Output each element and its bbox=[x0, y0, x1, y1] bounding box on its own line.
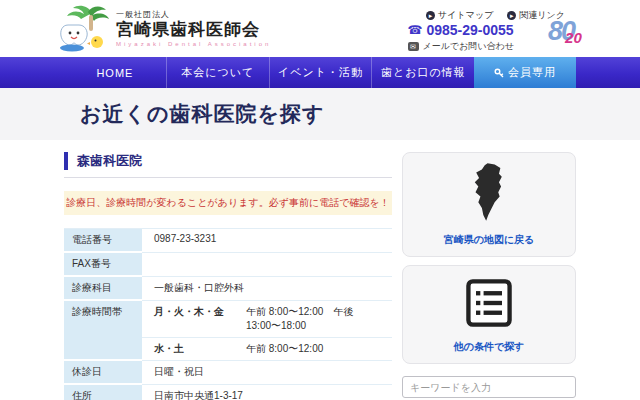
schedule-line: 水・土 午前 8:00〜12:00 bbox=[142, 338, 392, 360]
8020-campaign-logo: 8020 bbox=[548, 16, 608, 47]
logo-text: 一般社団法人 宮崎県歯科医師会 Miyazaki Dental Associat… bbox=[116, 9, 271, 47]
nav-oral-info[interactable]: 歯とお口の情報 bbox=[371, 57, 474, 88]
mail-label: メールでお問い合わせ bbox=[423, 40, 514, 53]
main-navigation: HOME 本会について イベント・活動 歯とお口の情報 会員専用 bbox=[0, 57, 640, 88]
phone-number: 0985-29-0055 bbox=[426, 22, 513, 38]
page-title: お近くの歯科医院を探す bbox=[80, 100, 324, 128]
clinic-name: 森歯科医院 bbox=[64, 152, 392, 170]
nav-events[interactable]: イベント・活動 bbox=[269, 57, 372, 88]
arrow-circle-icon: ▸ bbox=[507, 11, 516, 20]
phone-icon: ☎ bbox=[408, 23, 423, 37]
table-row-address: 住所 日南市中央通1-3-17 bbox=[64, 385, 392, 400]
org-name-en: Miyazaki Dental Association bbox=[116, 41, 271, 47]
nav-home[interactable]: HOME bbox=[64, 57, 166, 88]
row-value: 日南市中央通1-3-17 bbox=[142, 385, 392, 400]
row-value: 一般歯科・口腔外科 bbox=[142, 277, 392, 301]
back-to-prefecture-map-card[interactable]: 宮崎県の地図に戻る bbox=[402, 152, 576, 257]
org-name: 宮崎県歯科医師会 bbox=[116, 20, 271, 40]
nav-members-only-label: 会員専用 bbox=[508, 65, 556, 80]
keyword-input[interactable] bbox=[402, 376, 576, 398]
8020-logo-20: 20 bbox=[565, 29, 582, 46]
schedule-hours: 午前 8:00〜12:00 午後 13:00〜18:00 bbox=[246, 305, 380, 333]
notice-banner: 診療日、診療時間が変わることがあります。必ず事前に電話で確認を！ bbox=[64, 191, 392, 215]
nav-events-label: イベント・活動 bbox=[278, 65, 363, 80]
row-label: FAX番号 bbox=[64, 253, 142, 277]
row-label: 診療時間帯 bbox=[64, 301, 142, 361]
search-other-conditions-card[interactable]: 他の条件で探す bbox=[402, 265, 576, 364]
nav-members-only[interactable]: 会員専用 bbox=[474, 57, 576, 88]
mail-contact-link[interactable]: ✉ メールでお問い合わせ bbox=[408, 40, 514, 53]
nav-oral-info-label: 歯とお口の情報 bbox=[381, 65, 466, 80]
row-value-schedule: 月・火・木・金 午前 8:00〜12:00 午後 13:00〜18:00 水・土… bbox=[142, 301, 392, 361]
clinic-info-table: 電話番号 0987-23-3231 FAX番号 診療科目 一般歯科・口腔外科 診… bbox=[64, 228, 392, 400]
clinic-name-heading: 森歯科医院 bbox=[64, 152, 392, 178]
nav-about[interactable]: 本会について bbox=[166, 57, 269, 88]
row-label: 住所 bbox=[64, 385, 142, 400]
row-label: 電話番号 bbox=[64, 229, 142, 253]
table-row-fax: FAX番号 bbox=[64, 253, 392, 277]
mail-icon: ✉ bbox=[408, 42, 419, 51]
table-row-departments: 診療科目 一般歯科・口腔外科 bbox=[64, 277, 392, 301]
site-logo[interactable]: 一般社団法人 宮崎県歯科医師会 Miyazaki Dental Associat… bbox=[58, 3, 271, 53]
mascot-illustration bbox=[58, 3, 112, 53]
row-value: 0987-23-3231 bbox=[142, 229, 392, 253]
header-top-links: ▸ サイトマップ ▸ 関連リンク bbox=[426, 9, 565, 22]
nav-about-label: 本会について bbox=[181, 65, 254, 80]
row-label: 診療科目 bbox=[64, 277, 142, 301]
row-label: 休診日 bbox=[64, 361, 142, 385]
table-row-phone: 電話番号 0987-23-3231 bbox=[64, 229, 392, 253]
schedule-days: 月・火・木・金 bbox=[154, 305, 246, 333]
clinic-detail-column: 森歯科医院 診療日、診療時間が変わることがあります。必ず事前に電話で確認を！ 電… bbox=[64, 152, 392, 400]
phone-link[interactable]: ☎ 0985-29-0055 bbox=[408, 22, 514, 38]
miyazaki-prefecture-icon bbox=[463, 161, 515, 225]
schedule-days: 水・土 bbox=[154, 342, 246, 356]
back-to-map-label: 宮崎県の地図に戻る bbox=[409, 233, 569, 247]
title-band: お近くの歯科医院を探す bbox=[0, 88, 640, 140]
nav-home-label: HOME bbox=[96, 67, 133, 79]
header-contact: ☎ 0985-29-0055 ✉ メールでお問い合わせ bbox=[408, 22, 514, 53]
table-row-hours: 診療時間帯 月・火・木・金 午前 8:00〜12:00 午後 13:00〜18:… bbox=[64, 301, 392, 361]
org-type: 一般社団法人 bbox=[116, 9, 271, 20]
main-content: 森歯科医院 診療日、診療時間が変わることがあります。必ず事前に電話で確認を！ 電… bbox=[0, 140, 640, 400]
sitemap-link[interactable]: ▸ サイトマップ bbox=[426, 9, 493, 22]
sitemap-label: サイトマップ bbox=[438, 9, 493, 22]
key-icon bbox=[494, 68, 504, 78]
other-conditions-label: 他の条件で探す bbox=[409, 340, 569, 354]
row-value bbox=[142, 253, 392, 277]
arrow-circle-icon: ▸ bbox=[426, 11, 435, 20]
row-value: 日曜・祝日 bbox=[142, 361, 392, 385]
site-header: 一般社団法人 宮崎県歯科医師会 Miyazaki Dental Associat… bbox=[0, 0, 640, 57]
table-row-closed: 休診日 日曜・祝日 bbox=[64, 361, 392, 385]
sidebar: 宮崎県の地図に戻る 他の条件で探す フリーワード検索 bbox=[402, 152, 576, 400]
condition-list-icon bbox=[463, 274, 515, 332]
schedule-hours: 午前 8:00〜12:00 bbox=[246, 342, 323, 356]
schedule-line: 月・火・木・金 午前 8:00〜12:00 午後 13:00〜18:00 bbox=[142, 301, 392, 338]
